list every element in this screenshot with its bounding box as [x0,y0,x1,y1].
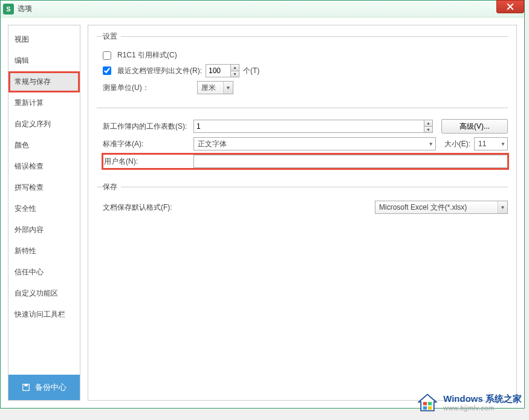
sidebar-list: 视图 编辑 常规与保存 重新计算 自定义序列 颜色 错误检查 拼写检查 安全性 … [8,25,80,375]
watermark-line2: www.bjjmlv.com [443,404,522,412]
sidebar-item-view[interactable]: 视图 [8,29,80,50]
font-combo[interactable]: 正文字体 ▼ [193,137,436,150]
sidebar-item-error-check[interactable]: 错误检查 [8,156,80,177]
workbook-group: 新工作簿内的工作表数(S): ▲▼ 高级(V)... 标准字体(A): 正文字体… [97,108,508,179]
recent-docs-label: 最近文档管理列出文件(R): [117,66,202,76]
r1c1-label: R1C1 引用样式(C) [117,50,177,60]
svg-rect-1 [24,384,27,387]
size-combo[interactable]: 11 ▼ [474,137,508,150]
sheets-label: 新工作簿内的工作表数(S): [103,121,190,132]
size-label: 大小(E): [444,139,470,149]
default-format-value: Microsoft Excel 文件(*.xlsx) [375,202,498,213]
sidebar-item-new-features[interactable]: 新特性 [8,241,80,262]
recent-docs-unit: 个(T) [243,66,259,76]
font-value: 正文字体 [194,139,427,149]
sidebar-item-quick-access[interactable]: 快速访问工具栏 [8,304,80,325]
settings-legend: 设置 [103,31,121,42]
username-input[interactable] [193,155,508,168]
body: 视图 编辑 常规与保存 重新计算 自定义序列 颜色 错误检查 拼写检查 安全性 … [1,18,524,408]
close-button[interactable] [496,0,524,13]
font-label: 标准字体(A): [103,139,190,149]
save-group: 保存 文档保存默认格式(F): Microsoft Excel 文件(*.xls… [97,182,508,225]
close-icon [507,3,514,10]
recent-docs-spinbox[interactable]: ▲▼ [206,64,239,77]
watermark: Windows 系统之家 www.bjjmlv.com [417,392,522,414]
sidebar-item-general-save[interactable]: 常规与保存 [8,71,80,92]
content-panel: 设置 R1C1 引用样式(C) 最近文档管理列出文件(R): ▲▼ 个(T) [88,25,517,401]
spin-buttons[interactable]: ▲▼ [230,65,239,77]
options-window: S 选项 视图 编辑 常规与保存 重新计算 自定义序列 颜色 错误检查 拼写检查… [0,0,525,409]
sidebar-item-trust-center[interactable]: 信任中心 [8,262,80,283]
svg-rect-2 [423,402,427,405]
r1c1-row: R1C1 引用样式(C) [103,50,508,60]
chevron-down-icon: ▼ [499,141,507,147]
username-label: 用户名(N): [103,157,190,167]
chevron-down-icon: ▼ [498,201,507,213]
sheets-input[interactable] [194,120,424,132]
spin-down-icon[interactable]: ▼ [424,127,432,133]
recent-docs-input[interactable] [206,65,230,77]
spin-up-icon[interactable]: ▲ [231,65,239,71]
sidebar-item-edit[interactable]: 编辑 [8,50,80,71]
sidebar-item-custom-ribbon[interactable]: 自定义功能区 [8,283,80,304]
default-format-combo[interactable]: Microsoft Excel 文件(*.xlsx) ▼ [375,201,508,214]
svg-rect-5 [428,406,432,409]
sidebar-item-spell-check[interactable]: 拼写检查 [8,177,80,198]
watermark-text: Windows 系统之家 www.bjjmlv.com [443,393,522,412]
settings-group: 设置 R1C1 引用样式(C) 最近文档管理列出文件(R): ▲▼ 个(T) [97,31,508,105]
advanced-button[interactable]: 高级(V)... [441,119,508,134]
username-row: 用户名(N): [103,154,508,169]
font-row: 标准字体(A): 正文字体 ▼ 大小(E): 11 ▼ [103,137,508,150]
backup-label: 备份中心 [35,382,67,393]
spin-down-icon[interactable]: ▼ [231,71,239,77]
default-format-label: 文档保存默认格式(F): [103,202,371,213]
sheets-row: 新工作簿内的工作表数(S): ▲▼ 高级(V)... [103,119,508,134]
sidebar-item-recalc[interactable]: 重新计算 [8,92,80,114]
sheets-spinbox[interactable]: ▲▼ [193,120,433,133]
measurement-combo[interactable]: 厘米 ▼ [197,81,233,94]
spin-buttons[interactable]: ▲▼ [424,120,432,132]
size-value: 11 [475,140,499,148]
measurement-value: 厘米 [198,83,223,93]
recent-docs-checkbox[interactable] [103,66,111,75]
app-icon: S [3,4,14,15]
chevron-down-icon: ▼ [223,82,233,94]
svg-rect-3 [428,402,432,405]
measurement-row: 测量单位(U)： 厘米 ▼ [103,81,508,94]
spin-up-icon[interactable]: ▲ [424,120,432,127]
sidebar-item-custom-list[interactable]: 自定义序列 [8,114,80,135]
backup-center-button[interactable]: 备份中心 [8,375,80,400]
titlebar: S 选项 [1,1,524,18]
backup-icon [22,383,30,392]
chevron-down-icon: ▼ [427,141,435,147]
sidebar-item-color[interactable]: 颜色 [8,135,80,156]
window-title: 选项 [18,4,32,14]
svg-rect-4 [423,406,427,409]
sidebar-item-external[interactable]: 外部内容 [8,219,80,241]
windows-house-icon [417,392,438,414]
r1c1-checkbox[interactable] [103,51,111,60]
sidebar: 视图 编辑 常规与保存 重新计算 自定义序列 颜色 错误检查 拼写检查 安全性 … [8,25,80,401]
recent-docs-row: 最近文档管理列出文件(R): ▲▼ 个(T) [103,64,508,77]
measurement-label: 测量单位(U)： [103,83,193,93]
sidebar-item-security[interactable]: 安全性 [8,198,80,219]
save-legend: 保存 [103,182,121,192]
watermark-line1: Windows 系统之家 [443,393,522,404]
default-format-row: 文档保存默认格式(F): Microsoft Excel 文件(*.xlsx) … [103,201,508,214]
